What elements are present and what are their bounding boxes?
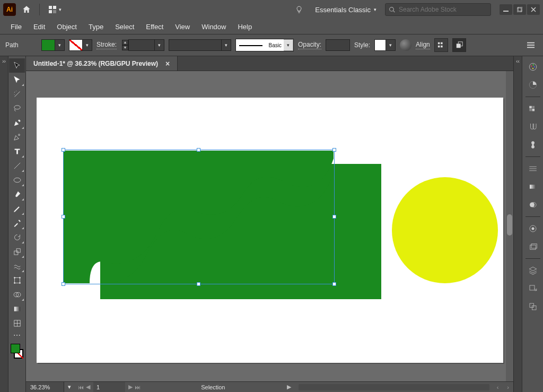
step-down-icon[interactable]: ▼	[122, 45, 128, 50]
yellow-circle[interactable]	[392, 177, 498, 283]
minimize-button[interactable]	[500, 4, 512, 15]
ellipse-tool[interactable]	[9, 173, 25, 187]
first-artboard-button[interactable]: ⏮	[78, 384, 84, 390]
gradient-tool[interactable]	[9, 302, 25, 316]
swatches-panel-button[interactable]	[525, 101, 541, 116]
menu-edit[interactable]: Edit	[28, 21, 50, 33]
selection-handle[interactable]	[332, 215, 336, 219]
variable-width-profile[interactable]: ▾	[169, 39, 231, 51]
menu-effect[interactable]: Effect	[141, 21, 169, 33]
home-button[interactable]	[19, 2, 34, 17]
brush-definition-dropdown[interactable]: Basic ▾	[235, 39, 294, 51]
controlbar-menu-button[interactable]	[524, 38, 538, 52]
symbols-panel-button[interactable]	[525, 137, 541, 152]
paintbrush-tool[interactable]	[9, 187, 25, 202]
last-artboard-button[interactable]: ⏭	[135, 384, 141, 390]
selection-handle[interactable]	[62, 215, 65, 219]
chevron-down-icon[interactable]: ▾	[155, 39, 164, 51]
warp-tool[interactable]	[9, 259, 25, 273]
stroke-width-steppers[interactable]: ▲ ▼	[122, 40, 128, 50]
eyedropper-tool[interactable]	[9, 216, 25, 230]
menu-select[interactable]: Select	[110, 21, 139, 33]
scrollbar-thumb[interactable]	[507, 214, 512, 236]
align-panel-button[interactable]	[434, 38, 448, 52]
free-transform-tool[interactable]	[9, 273, 25, 288]
selection-handle[interactable]	[332, 148, 336, 152]
menu-help[interactable]: Help	[232, 21, 257, 33]
workspace-switcher[interactable]: Essentials Classic ▾	[310, 2, 382, 17]
shape-builder-tool[interactable]	[9, 288, 25, 302]
document-tab[interactable]: Untitled-1* @ 36.23% (RGB/GPU Preview) ×	[26, 56, 178, 71]
canvas-area[interactable]	[26, 71, 513, 381]
fill-stroke-indicator[interactable]	[9, 342, 25, 360]
scroll-left-icon[interactable]: ‹	[493, 384, 503, 390]
appearance-panel-button[interactable]	[525, 221, 541, 236]
scroll-right-icon[interactable]: ›	[503, 384, 513, 390]
graphic-style-dropdown[interactable]: ▾	[374, 39, 396, 51]
pencil-tool[interactable]	[9, 202, 25, 216]
color-panel-button[interactable]	[525, 59, 541, 74]
menu-object[interactable]: Object	[51, 21, 82, 33]
close-button[interactable]	[527, 4, 540, 15]
asset-export-panel-button[interactable]	[525, 281, 541, 296]
stroke-panel-button[interactable]	[525, 161, 541, 176]
status-play-button[interactable]: ▶	[283, 384, 295, 390]
horizontal-scrollbar[interactable]	[299, 384, 489, 390]
fill-indicator[interactable]	[11, 344, 20, 353]
align-label[interactable]: Align	[416, 41, 430, 49]
curvature-tool[interactable]	[9, 130, 25, 144]
artboard-index[interactable]: 1	[93, 382, 125, 392]
zoom-level[interactable]: 36.23%	[26, 382, 64, 392]
selection-tool[interactable]	[9, 58, 25, 73]
stroke-swatch-dropdown[interactable]: ▾	[69, 39, 92, 51]
opacity-label[interactable]: Opacity:	[298, 41, 321, 49]
layers-panel-button[interactable]	[525, 263, 541, 278]
step-up-icon[interactable]: ▲	[122, 40, 128, 45]
selection-handle[interactable]	[332, 282, 336, 286]
gradient-panel-button[interactable]	[525, 179, 541, 194]
color-guide-panel-button[interactable]	[525, 77, 541, 92]
zoom-dropdown[interactable]: ▾	[64, 384, 75, 390]
menu-view[interactable]: View	[170, 21, 195, 33]
search-stock-input[interactable]	[399, 6, 487, 13]
arrange-documents-button[interactable]: ▾	[45, 2, 65, 17]
direct-selection-tool[interactable]	[9, 73, 25, 87]
transparency-panel-button[interactable]	[525, 197, 541, 212]
menu-file[interactable]: File	[5, 21, 27, 33]
stroke-label[interactable]: Stroke:	[97, 41, 117, 49]
graphic-styles-panel-button[interactable]	[525, 239, 541, 254]
discover-button[interactable]	[292, 2, 306, 17]
mesh-tool[interactable]	[9, 316, 25, 330]
selection-handle[interactable]	[62, 148, 65, 152]
search-stock[interactable]	[385, 3, 491, 16]
line-tool[interactable]	[9, 159, 25, 173]
rotate-tool[interactable]	[9, 230, 25, 245]
vertical-scrollbar[interactable]	[506, 71, 513, 381]
brushes-panel-button[interactable]	[525, 119, 541, 134]
left-panel-toggle[interactable]: ››	[0, 56, 8, 392]
type-tool[interactable]	[9, 144, 25, 159]
isolate-button[interactable]	[452, 38, 466, 52]
lasso-tool[interactable]	[9, 101, 25, 116]
scale-tool[interactable]	[9, 245, 25, 259]
next-artboard-button[interactable]: ▶	[128, 384, 133, 390]
stroke-width-input[interactable]	[128, 39, 155, 51]
artboard[interactable]	[37, 98, 503, 363]
magic-wand-tool[interactable]	[9, 87, 25, 101]
more-tools[interactable]: ⋯	[9, 330, 25, 340]
restore-button[interactable]	[513, 4, 526, 15]
opacity-dropdown[interactable]	[326, 39, 350, 51]
menu-window[interactable]: Window	[196, 21, 231, 33]
selection-handle[interactable]	[62, 282, 65, 286]
pen-tool[interactable]	[9, 116, 25, 130]
right-panel-toggle[interactable]: ‹‹	[513, 56, 522, 392]
recolor-artwork-button[interactable]	[400, 39, 411, 51]
prev-artboard-button[interactable]: ◀	[86, 384, 90, 390]
selection-bounding-box[interactable]	[63, 150, 335, 284]
selection-handle[interactable]	[197, 282, 200, 286]
menu-type[interactable]: Type	[83, 21, 109, 33]
opacity-input[interactable]	[326, 39, 350, 51]
tab-close-button[interactable]: ×	[165, 59, 170, 68]
selection-handle[interactable]	[197, 148, 200, 152]
fill-swatch-dropdown[interactable]: ▾	[41, 39, 65, 51]
